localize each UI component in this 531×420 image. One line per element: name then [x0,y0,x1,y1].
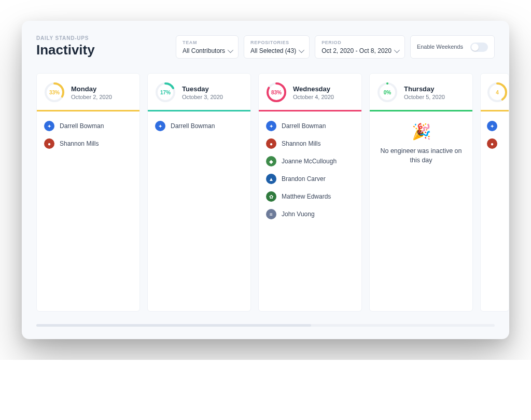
person-row[interactable]: ● [487,138,509,149]
party-icon: 🎉 [379,124,463,139]
progress-pct: 4 [487,82,508,103]
filter-label: PERIOD [322,40,398,45]
day-title-block: MondayOctober 2, 2020 [71,85,112,100]
team-filter[interactable]: TEAM All Contributors [176,35,239,59]
chevron-down-icon [394,47,400,53]
avatar: ● [44,138,54,149]
progress-ring-icon: 17% [155,82,176,103]
people-list: ✦Darrell Bowman●Shannon Mills◆Joanne McC… [259,111,361,229]
title-block: DAILY STAND-UPS Inactivity [36,35,176,58]
period-filter[interactable]: PERIOD Oct 2, 2020 - Oct 8, 2020 [315,35,405,59]
day-cards-row: 33%MondayOctober 2, 2020✦Darrell Bowman●… [36,73,509,316]
page-title: Inactivity [36,42,176,58]
progress-ring-icon: 83% [266,82,287,103]
avatar: ✦ [155,121,165,131]
avatar: ◆ [266,156,276,166]
progress-pct: 0% [377,82,398,103]
day-card-header: 17%TuesdayOctober 3, 2020 [148,74,250,110]
breadcrumb: DAILY STAND-UPS [36,35,176,41]
person-name: Shannon Mills [282,140,320,147]
day-card-partial[interactable]: 4✦● [480,73,509,312]
person-row[interactable]: ●Shannon Mills [44,138,132,149]
avatar: ≡ [266,209,276,219]
scrollbar-thumb[interactable] [36,324,311,327]
people-list: ✦● [481,111,509,149]
page-header: DAILY STAND-UPS Inactivity TEAM All Cont… [36,35,509,59]
person-name: Darrell Bowman [60,122,104,130]
progress-ring-icon: 0% [377,82,398,103]
day-name: Tuesday [182,85,223,93]
person-row[interactable]: ✦ [487,121,509,131]
repositories-filter[interactable]: REPOSITORIES All Selected (43) [244,35,310,59]
repos-filter-text: All Selected (43) [250,47,296,54]
day-date: October 5, 2020 [404,94,445,100]
person-name: Matthew Edwards [282,193,331,200]
day-name: Wednesday [293,85,334,93]
person-name: Shannon Mills [60,140,99,147]
team-filter-text: All Contributors [183,47,225,54]
person-name: Joanne McCullough [282,158,337,165]
avatar: ▲ [266,174,276,184]
progress-ring-icon: 4 [487,82,508,103]
filter-value: All Selected (43) [250,47,303,54]
day-card[interactable]: 17%TuesdayOctober 3, 2020✦Darrell Bowman [147,73,251,312]
progress-pct: 33% [44,82,65,103]
day-card[interactable]: 33%MondayOctober 2, 2020✦Darrell Bowman●… [36,73,140,312]
person-row[interactable]: ✦Darrell Bowman [44,121,132,131]
day-card-header: 4 [481,74,509,110]
day-date: October 3, 2020 [182,94,223,100]
avatar: ✦ [44,121,54,131]
period-filter-text: Oct 2, 2020 - Oct 8, 2020 [322,47,392,54]
day-title-block: TuesdayOctober 3, 2020 [182,85,223,100]
empty-state: 🎉No engineer was inactive on this day [370,111,472,165]
filter-value: Oct 2, 2020 - Oct 8, 2020 [322,47,398,54]
weekends-toggle[interactable] [470,43,488,52]
person-row[interactable]: ✦Darrell Bowman [155,121,243,131]
horizontal-scrollbar[interactable] [36,324,495,327]
person-row[interactable]: ✦Darrell Bowman [266,121,354,131]
day-title-block: WednesdayOctober 4, 2020 [293,85,334,100]
day-date: October 4, 2020 [293,94,334,100]
day-date: October 2, 2020 [71,94,112,100]
avatar: ✿ [266,191,276,202]
people-list: ✦Darrell Bowman●Shannon Mills [37,111,139,158]
person-row[interactable]: ▲Brandon Carver [266,174,354,184]
day-card[interactable]: 83%WednesdayOctober 4, 2020✦Darrell Bowm… [258,73,362,312]
progress-pct: 83% [266,82,287,103]
person-row[interactable]: ✿Matthew Edwards [266,191,354,202]
day-card-header: 33%MondayOctober 2, 2020 [37,74,139,110]
filters-bar: TEAM All Contributors REPOSITORIES All S… [176,35,495,59]
day-name: Thursday [404,85,445,93]
avatar: ✦ [487,121,497,131]
person-row[interactable]: ◆Joanne McCullough [266,156,354,166]
people-list: ✦Darrell Bowman [148,111,250,141]
day-title-block: ThursdayOctober 5, 2020 [404,85,445,100]
day-card[interactable]: 0%ThursdayOctober 5, 2020🎉No engineer wa… [369,73,473,312]
person-row[interactable]: ●Shannon Mills [266,138,354,149]
filter-label: REPOSITORIES [250,40,303,45]
weekends-toggle-label: Enable Weekends [417,44,463,51]
avatar: ● [487,138,497,149]
person-name: John Vuong [282,211,315,218]
filter-value: All Contributors [183,47,232,54]
app-window: DAILY STAND-UPS Inactivity TEAM All Cont… [22,21,509,339]
progress-pct: 17% [155,82,176,103]
empty-message: No engineer was inactive on this day [379,147,463,165]
person-row[interactable]: ≡John Vuong [266,209,354,219]
day-card-header: 83%WednesdayOctober 4, 2020 [259,74,361,110]
weekends-toggle-box: Enable Weekends [410,35,495,59]
person-name: Darrell Bowman [171,122,215,130]
person-name: Darrell Bowman [282,122,326,130]
avatar: ✦ [266,121,276,131]
person-name: Brandon Carver [282,175,326,183]
chevron-down-icon [299,47,304,53]
progress-ring-icon: 33% [44,82,65,103]
chevron-down-icon [228,47,233,53]
filter-label: TEAM [183,40,232,45]
day-card-header: 0%ThursdayOctober 5, 2020 [370,74,472,110]
avatar: ● [266,138,276,149]
day-name: Monday [71,85,112,93]
